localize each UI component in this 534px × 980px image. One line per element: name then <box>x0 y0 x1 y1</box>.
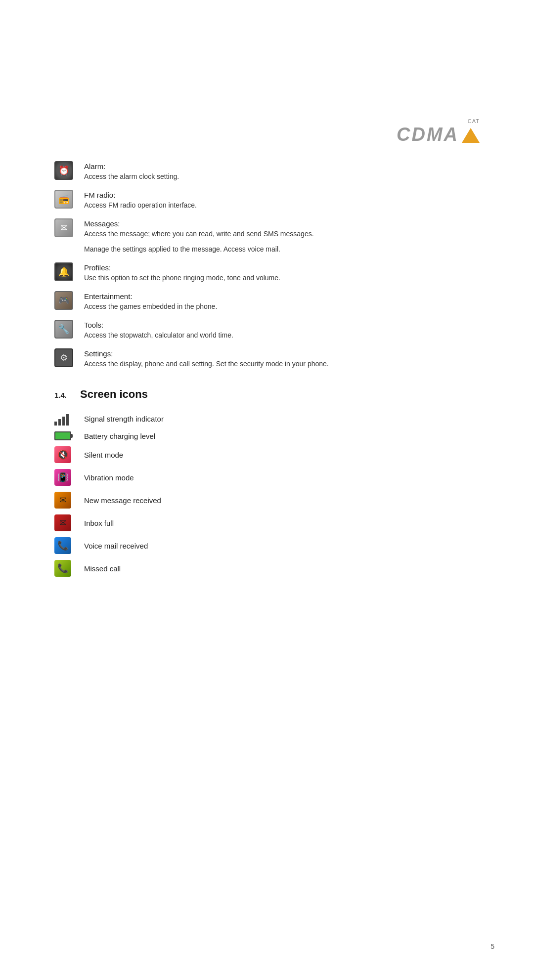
desc-tools: Access the stopwatch, calculator and wor… <box>84 330 480 341</box>
logo-main: CDMA <box>54 124 480 145</box>
section-1-4-heading: 1.4. Screen icons <box>54 388 480 401</box>
menu-item-tools: 🔧Tools:Access the stopwatch, calculator … <box>54 319 480 345</box>
menu-item-profiles: 🔔Profiles:Use this option to set the pho… <box>54 261 480 288</box>
entertainment-icon: 🎮 <box>54 291 73 310</box>
screen-icon-label-vibration: Vibration mode <box>84 473 134 482</box>
screen-icon-cell-newmsg: ✉ <box>54 492 84 509</box>
logo-triangle-icon <box>462 128 480 143</box>
icon-tools: 🔧 <box>54 319 84 339</box>
screen-icon-label-inboxfull: Inbox full <box>84 519 114 527</box>
screen-icons-list: Signal strength indicatorBattery chargin… <box>54 412 480 577</box>
desc-profiles: Use this option to set the phone ringing… <box>84 273 480 283</box>
title-alarm: Alarm: <box>84 162 480 170</box>
icon-alarm: ⏰ <box>54 160 84 180</box>
screen-icon-cell-silent: 🔇 <box>54 446 84 463</box>
menu-item-fm_radio: 📻FM radio:Access FM radio operation inte… <box>54 189 480 215</box>
screen-icon-label-signal: Signal strength indicator <box>84 415 164 423</box>
settings-icon: ⚙ <box>54 348 73 367</box>
screen-icon-row-newmsg: ✉New message received <box>54 492 480 509</box>
section-number: 1.4. <box>54 391 72 399</box>
screen-icon-cell-missedcall: 📞 <box>54 560 84 577</box>
desc-settings: Access the display, phone and call setti… <box>84 359 480 369</box>
text-messages: Messages:Access the message; where you c… <box>84 217 480 259</box>
screen-icon-cell-voicemail: 📞 <box>54 537 84 554</box>
newmsg-icon: ✉ <box>54 492 71 509</box>
menu-item-settings: ⚙Settings:Access the display, phone and … <box>54 347 480 374</box>
voicemail-icon: 📞 <box>54 537 71 554</box>
menu-item-messages: ✉Messages:Access the message; where you … <box>54 217 480 259</box>
title-tools: Tools: <box>84 321 480 329</box>
screen-icon-cell-battery <box>54 431 84 440</box>
missedcall-icon: 📞 <box>54 560 71 577</box>
logo-cat-label: CAT <box>54 119 480 124</box>
profiles-icon: 🔔 <box>54 262 73 281</box>
screen-icon-row-voicemail: 📞Voice mail received <box>54 537 480 554</box>
title-settings: Settings: <box>84 349 480 358</box>
menu-items-list: ⏰Alarm:Access the alarm clock setting.📻F… <box>54 160 480 374</box>
text-fm_radio: FM radio:Access FM radio operation inter… <box>84 189 480 215</box>
screen-icon-row-inboxfull: ✉Inbox full <box>54 514 480 531</box>
alarm-icon: ⏰ <box>54 161 73 180</box>
screen-icon-row-missedcall: 📞Missed call <box>54 560 480 577</box>
text-entertainment: Entertainment:Access the games embedded … <box>84 290 480 317</box>
screen-icon-label-battery: Battery charging level <box>84 432 155 440</box>
tools-icon: 🔧 <box>54 320 73 339</box>
page-content: CAT CDMA ⏰Alarm:Access the alarm clock s… <box>54 0 480 642</box>
logo-area: CAT CDMA <box>54 119 480 145</box>
desc-fm_radio: Access FM radio operation interface. <box>84 200 480 211</box>
text-alarm: Alarm:Access the alarm clock setting. <box>84 160 480 187</box>
title-fm_radio: FM radio: <box>84 191 480 199</box>
icon-messages: ✉ <box>54 217 84 237</box>
battery-icon <box>54 431 71 440</box>
title-profiles: Profiles: <box>84 263 480 272</box>
icon-fm_radio: 📻 <box>54 189 84 209</box>
vibration-icon: 📳 <box>54 469 71 486</box>
menu-item-entertainment: 🎮Entertainment:Access the games embedded… <box>54 290 480 317</box>
messages-icon: ✉ <box>54 218 73 237</box>
screen-icon-row-vibration: 📳Vibration mode <box>54 469 480 486</box>
desc-messages: Manage the settings applied to the messa… <box>84 244 480 255</box>
page-number: 5 <box>490 942 494 950</box>
screen-icon-label-voicemail: Voice mail received <box>84 542 148 550</box>
screen-icon-label-newmsg: New message received <box>84 496 161 505</box>
text-settings: Settings:Access the display, phone and c… <box>84 347 480 374</box>
screen-icon-row-battery: Battery charging level <box>54 431 480 440</box>
desc-entertainment: Access the games embedded in the phone. <box>84 301 480 312</box>
screen-icon-cell-inboxfull: ✉ <box>54 514 84 531</box>
desc-messages: Access the message; where you can read, … <box>84 229 480 239</box>
screen-icon-row-signal: Signal strength indicator <box>54 412 480 426</box>
text-profiles: Profiles:Use this option to set the phon… <box>84 261 480 288</box>
fm_radio-icon: 📻 <box>54 190 73 209</box>
screen-icon-label-missedcall: Missed call <box>84 564 121 573</box>
section-title: Screen icons <box>80 388 148 401</box>
signal-strength-icon <box>54 412 71 426</box>
menu-item-alarm: ⏰Alarm:Access the alarm clock setting. <box>54 160 480 187</box>
icon-entertainment: 🎮 <box>54 290 84 310</box>
icon-profiles: 🔔 <box>54 261 84 281</box>
inboxfull-icon: ✉ <box>54 514 71 531</box>
silent-icon: 🔇 <box>54 446 71 463</box>
logo-cdma-text: CDMA <box>397 124 459 145</box>
icon-settings: ⚙ <box>54 347 84 367</box>
desc-alarm: Access the alarm clock setting. <box>84 171 480 182</box>
title-messages: Messages: <box>84 219 480 228</box>
screen-icon-cell-vibration: 📳 <box>54 469 84 486</box>
title-entertainment: Entertainment: <box>84 292 480 300</box>
screen-icon-cell-signal <box>54 412 84 426</box>
text-tools: Tools:Access the stopwatch, calculator a… <box>84 319 480 345</box>
screen-icon-label-silent: Silent mode <box>84 451 123 459</box>
screen-icon-row-silent: 🔇Silent mode <box>54 446 480 463</box>
